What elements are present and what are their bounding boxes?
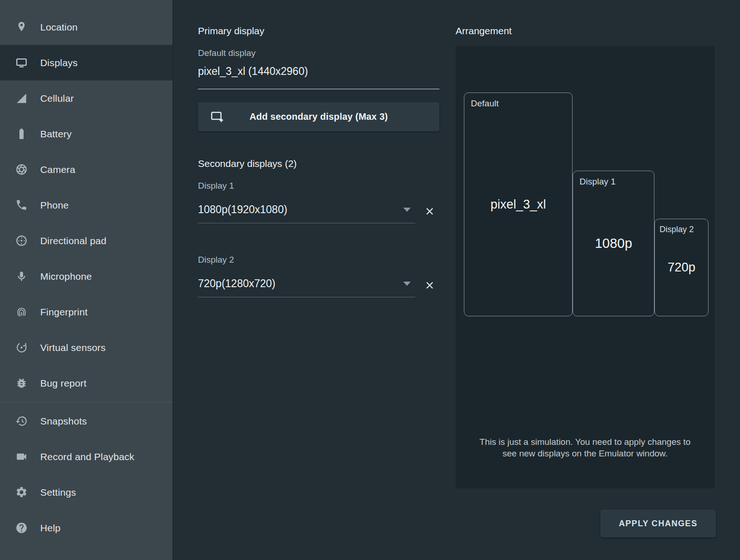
display-1-dropdown-value[interactable]: 1080p(1920x1080) (198, 203, 287, 216)
battery-icon (15, 128, 28, 140)
sidebar-item-label: Record and Playback (40, 451, 134, 462)
arrangement-box-display-1-name: 1080p (573, 171, 654, 316)
sidebar-item-label: Displays (40, 57, 78, 68)
virtual-sensors-icon (15, 341, 28, 354)
sidebar-item-displays[interactable]: Displays (0, 45, 173, 80)
sidebar-item-help[interactable]: Help (0, 510, 173, 546)
add-secondary-display-button[interactable]: Add secondary display (Max 3) (198, 102, 439, 131)
sidebar-item-label: Camera (40, 164, 75, 175)
sidebar-item-location[interactable]: Location (0, 9, 173, 45)
arrangement-box-display-2[interactable]: Display 2 720p (654, 219, 709, 316)
sidebar-item-battery[interactable]: Battery (0, 116, 173, 152)
sidebar-item-label: Virtual sensors (40, 342, 106, 353)
sidebar-item-record-and-playback[interactable]: Record and Playback (0, 439, 173, 474)
sidebar-item-label: Directional pad (40, 235, 106, 246)
sidebar-item-phone[interactable]: Phone (0, 187, 173, 223)
sidebar-item-microphone[interactable]: Microphone (0, 258, 173, 294)
sidebar-divider (0, 402, 173, 402)
sidebar-item-bug-report[interactable]: Bug report (0, 365, 173, 401)
add-secondary-display-label: Add secondary display (Max 3) (249, 111, 388, 122)
sidebar-item-label: Help (40, 523, 61, 534)
display-2-dropdown-caret-icon[interactable] (403, 282, 411, 286)
display-1-underline (198, 223, 415, 223)
extended-controls-window: Location Displays Cellular Battery Camer (0, 0, 740, 560)
arrangement-box-default-name: pixel_3_xl (464, 93, 572, 316)
location-icon (15, 21, 28, 33)
fingerprint-icon (15, 306, 28, 318)
bug-report-icon (15, 377, 28, 389)
sidebar-item-label: Phone (40, 200, 69, 211)
sidebar-item-snapshots[interactable]: Snapshots (0, 403, 173, 439)
sidebar-item-label: Microphone (40, 271, 92, 282)
dpad-icon (15, 234, 28, 247)
default-display-value[interactable]: pixel_3_xl (1440x2960) (198, 65, 308, 78)
arrangement-panel: Default pixel_3_xl Display 1 1080p Displ… (456, 46, 715, 488)
sidebar-item-camera[interactable]: Camera (0, 152, 173, 187)
sidebar-item-settings[interactable]: Settings (0, 474, 173, 510)
default-display-underline (198, 89, 439, 89)
sidebar-item-virtual-sensors[interactable]: Virtual sensors (0, 330, 173, 365)
sidebar-item-label: Battery (40, 129, 72, 140)
display-2-remove-icon[interactable] (424, 279, 436, 291)
settings-icon (15, 486, 28, 498)
secondary-displays-section-title: Secondary displays (2) (198, 158, 297, 169)
camera-icon (15, 163, 28, 176)
snapshots-icon (15, 415, 28, 427)
sidebar-item-label: Bug report (40, 378, 86, 389)
sidebar-item-cellular[interactable]: Cellular (0, 80, 173, 116)
displays-icon (15, 56, 28, 69)
apply-changes-button[interactable]: APPLY CHANGES (600, 510, 716, 537)
microphone-icon (15, 270, 28, 283)
arrangement-box-default[interactable]: Default pixel_3_xl (464, 92, 573, 316)
sidebar: Location Displays Cellular Battery Camer (0, 0, 173, 560)
arrangement-title: Arrangement (456, 25, 512, 37)
sidebar-item-label: Settings (40, 487, 76, 498)
record-icon (15, 450, 28, 463)
default-display-label: Default display (198, 48, 256, 58)
sidebar-item-directional-pad[interactable]: Directional pad (0, 223, 173, 258)
sidebar-item-label: Cellular (40, 93, 74, 104)
display-1-label: Display 1 (198, 181, 234, 191)
arrangement-box-display-2-name: 720p (655, 219, 708, 316)
display-1-remove-icon[interactable] (424, 205, 436, 217)
sidebar-item-label: Location (40, 22, 78, 33)
sidebar-item-fingerprint[interactable]: Fingerprint (0, 294, 173, 330)
sidebar-item-label: Fingerprint (40, 307, 88, 318)
display-2-label: Display 2 (198, 255, 234, 265)
display-2-dropdown-value[interactable]: 720p(1280x720) (198, 277, 276, 290)
display-2-underline (198, 297, 415, 297)
arrangement-note: This is just a simulation. You need to a… (476, 436, 694, 459)
arrangement-box-display-1[interactable]: Display 1 1080p (573, 171, 654, 316)
add-display-icon (210, 110, 224, 124)
primary-display-section-title: Primary display (198, 25, 265, 37)
help-icon (15, 522, 28, 534)
phone-icon (15, 199, 28, 211)
sidebar-item-label: Snapshots (40, 416, 87, 427)
display-1-dropdown-caret-icon[interactable] (403, 208, 411, 212)
cellular-icon (15, 92, 28, 105)
